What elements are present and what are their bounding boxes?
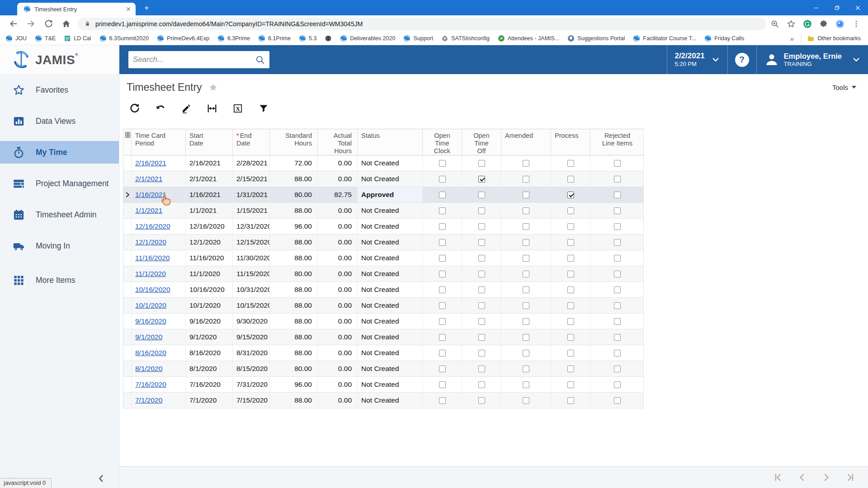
rejected-line-items-checkbox[interactable] xyxy=(614,397,621,404)
back-button[interactable] xyxy=(9,19,18,28)
amended-checkbox[interactable] xyxy=(523,366,529,372)
row-selector-cell[interactable] xyxy=(123,171,132,187)
timecard-period-link[interactable]: 2/1/2021 xyxy=(135,175,162,183)
row-selector-cell[interactable] xyxy=(123,329,132,345)
sidebar-item-favorites[interactable]: Favorites xyxy=(0,79,119,101)
amended-checkbox[interactable] xyxy=(523,192,529,198)
open-time-off-checkbox[interactable] xyxy=(478,255,485,262)
bookmark-item[interactable]: Suggestions Portal xyxy=(567,35,625,42)
rejected-line-items-checkbox[interactable] xyxy=(614,366,621,372)
timecard-row[interactable]: 1/1/20211/1/20211/15/202188.000.00Not Cr… xyxy=(123,203,643,219)
page-last-button[interactable] xyxy=(845,472,855,483)
tab-close-icon[interactable] xyxy=(125,5,132,13)
sidebar-collapse-icon[interactable] xyxy=(96,474,106,483)
timecard-row[interactable]: 9/16/20209/16/20209/30/202088.000.00Not … xyxy=(123,314,643,329)
row-selector-cell[interactable] xyxy=(123,393,132,408)
timecard-period-link[interactable]: 8/1/2020 xyxy=(135,365,162,372)
amended-checkbox[interactable] xyxy=(523,286,529,293)
business-date-selector[interactable]: 2/2/2021 5:20 PM xyxy=(667,45,727,74)
sidebar-item-data-views[interactable]: Data Views xyxy=(0,110,119,132)
amended-checkbox[interactable] xyxy=(523,160,529,167)
open-time-clock-checkbox[interactable] xyxy=(439,176,446,183)
open-time-clock-checkbox[interactable] xyxy=(439,255,446,262)
column-header-open_time_clock[interactable]: Open Time Clock xyxy=(423,129,462,155)
amended-checkbox[interactable] xyxy=(523,334,529,341)
timecard-row[interactable]: 7/1/20207/1/20207/15/202088.000.00Not Cr… xyxy=(123,393,643,408)
home-button[interactable] xyxy=(61,19,71,28)
amended-checkbox[interactable] xyxy=(523,255,529,262)
bookmark-item[interactable]: 5.3 xyxy=(299,35,316,42)
timecard-row[interactable]: 9/1/20209/1/20209/15/202088.000.00Not Cr… xyxy=(123,329,643,345)
reload-button[interactable] xyxy=(44,19,53,28)
column-header-open_time_off[interactable]: Open Time Off xyxy=(462,129,501,155)
open-time-clock-checkbox[interactable] xyxy=(439,318,446,325)
rejected-line-items-checkbox[interactable] xyxy=(614,223,621,230)
open-time-off-checkbox[interactable] xyxy=(478,271,485,277)
open-time-clock-checkbox[interactable] xyxy=(439,271,446,277)
bookmark-item[interactable]: T&E xyxy=(35,35,56,42)
rejected-line-items-checkbox[interactable] xyxy=(614,286,621,293)
row-selector-cell[interactable] xyxy=(123,155,132,171)
window-close-button[interactable] xyxy=(847,0,868,15)
rejected-line-items-checkbox[interactable] xyxy=(614,160,621,167)
process-checkbox[interactable] xyxy=(567,302,574,309)
lock-icon[interactable] xyxy=(84,20,91,27)
open-time-clock-checkbox[interactable] xyxy=(439,334,446,341)
process-checkbox[interactable] xyxy=(567,255,574,262)
row-selector-cell[interactable] xyxy=(123,377,132,392)
amended-checkbox[interactable] xyxy=(523,207,529,214)
open-time-off-checkbox[interactable] xyxy=(478,397,485,404)
amended-checkbox[interactable] xyxy=(523,176,529,183)
process-checkbox[interactable] xyxy=(567,176,574,183)
bookmark-item[interactable]: PrimeDev6.4Exp xyxy=(157,35,209,42)
amended-checkbox[interactable] xyxy=(523,350,529,357)
column-header-status[interactable]: Status xyxy=(358,129,423,155)
row-selector-cell[interactable] xyxy=(123,345,132,361)
open-time-off-checkbox[interactable] xyxy=(478,239,485,246)
favorite-star-icon[interactable] xyxy=(208,83,218,92)
open-time-clock-checkbox[interactable] xyxy=(439,366,446,372)
process-checkbox[interactable] xyxy=(567,192,574,198)
search-input[interactable] xyxy=(133,55,255,64)
open-time-off-checkbox[interactable] xyxy=(478,160,485,167)
open-time-clock-checkbox[interactable] xyxy=(439,286,446,293)
row-selector-cell[interactable] xyxy=(123,361,132,376)
amended-checkbox[interactable] xyxy=(523,302,529,309)
process-checkbox[interactable] xyxy=(567,397,574,404)
amended-checkbox[interactable] xyxy=(523,223,529,230)
rejected-line-items-checkbox[interactable] xyxy=(614,350,621,357)
timecard-row[interactable]: 10/16/202010/16/202010/31/202088.000.00N… xyxy=(123,282,643,298)
open-time-off-checkbox[interactable] xyxy=(478,286,485,293)
open-time-off-checkbox[interactable] xyxy=(478,318,485,325)
open-time-clock-checkbox[interactable] xyxy=(439,302,446,309)
timecard-period-link[interactable]: 1/1/2021 xyxy=(135,206,162,214)
bookmark-item[interactable]: SATStishconfig xyxy=(441,35,490,42)
export-excel-icon[interactable]: X xyxy=(232,103,243,114)
bookmark-star-icon[interactable] xyxy=(787,19,796,28)
bookmark-item[interactable]: LD Cal xyxy=(64,35,91,42)
rejected-line-items-checkbox[interactable] xyxy=(614,192,621,198)
open-time-off-checkbox[interactable] xyxy=(478,176,485,183)
open-time-clock-checkbox[interactable] xyxy=(439,350,446,357)
sidebar-item-moving-in[interactable]: Moving In xyxy=(0,235,119,257)
open-time-clock-checkbox[interactable] xyxy=(439,381,446,388)
undo-icon[interactable] xyxy=(155,103,166,114)
rejected-line-items-checkbox[interactable] xyxy=(614,318,621,325)
rejected-line-items-checkbox[interactable] xyxy=(614,334,621,341)
filter-icon[interactable] xyxy=(258,103,269,114)
page-next-button[interactable] xyxy=(821,472,831,483)
timecard-period-link[interactable]: 8/16/2020 xyxy=(135,349,166,357)
rejected-line-items-checkbox[interactable] xyxy=(614,239,621,246)
open-time-clock-checkbox[interactable] xyxy=(439,397,446,404)
refresh-icon[interactable] xyxy=(129,103,140,114)
process-checkbox[interactable] xyxy=(567,286,574,293)
timecard-row[interactable]: 11/16/202011/16/202011/30/202088.000.00N… xyxy=(123,250,643,266)
bookmark-item[interactable] xyxy=(325,35,332,42)
browser-menu-icon[interactable] xyxy=(852,19,861,28)
window-restore-button[interactable] xyxy=(826,0,847,15)
process-checkbox[interactable] xyxy=(567,223,574,230)
bookmark-item[interactable]: 6.3Summit2020 xyxy=(99,35,149,42)
amended-checkbox[interactable] xyxy=(523,318,529,325)
open-time-off-checkbox[interactable] xyxy=(478,366,485,372)
open-time-off-checkbox[interactable] xyxy=(478,223,485,230)
